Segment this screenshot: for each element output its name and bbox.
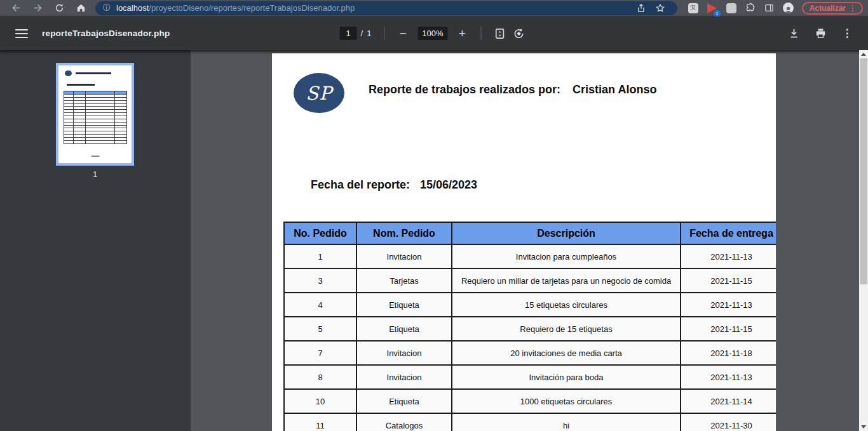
share-icon [636,3,646,13]
table-cell: 20 invitaciones de media carta [452,341,681,365]
table-row: 10Etiqueta1000 etiquetas circulares2021-… [284,389,776,413]
fit-page-button[interactable] [490,24,509,43]
report-date-value: 15/06/2023 [420,178,477,191]
scroll-down-button[interactable] [859,423,868,431]
forward-button[interactable] [27,0,48,17]
page-number-input[interactable]: 1 [340,27,357,40]
print-icon [815,27,827,39]
page-thumbnail[interactable] [56,63,134,166]
download-icon [788,27,800,39]
avatar [783,3,794,13]
reload-button[interactable] [48,0,70,17]
table-cell: 2021-11-18 [681,341,776,365]
table-cell: Invitacion para cumpleaños [452,244,681,269]
table-cell: Invitacion [356,365,452,389]
toolbar-divider [480,27,481,40]
site-info-icon[interactable]: ⓘ [103,3,111,13]
table-cell: 2021-11-13 [681,365,776,389]
update-browser-button[interactable]: Actualizar ⋮ [802,2,863,15]
scrollbar-thumb[interactable] [860,58,867,284]
table-cell: Invitación para boda [452,365,681,389]
report-date-label: Fecha del reporte: [311,178,410,191]
thumbnail-date-line [67,84,95,86]
table-cell: 3 [284,269,356,293]
address-bar[interactable]: ⓘ localhost /proyectoDiseno/reportes/rep… [95,1,677,15]
update-button-label: Actualizar [810,4,846,13]
zoom-level-input[interactable]: 100% [417,27,447,40]
pdf-page-zoom-controls: 1 / 1 − 100% + [340,17,529,50]
extension-gray-button[interactable] [722,0,741,17]
table-row: 1InvitacionInvitacion para cumpleaños202… [284,244,776,269]
table-cell: 5 [284,317,356,341]
orders-table: No. PedidoNom. PedidoDescripciónFecha de… [283,222,776,431]
column-header: Fecha de entrega [681,222,776,244]
url-host: localhost [116,3,149,13]
home-icon [76,3,86,13]
pdf-menu-button[interactable] [15,29,28,38]
vertical-scrollbar[interactable] [859,50,868,431]
minus-icon: − [400,27,407,39]
pdf-more-options-button[interactable]: ⋮ [837,24,857,43]
table-row: 5EtiquetaRequiero de 15 etiquetas2021-11… [284,317,776,341]
toolbar-divider [384,27,384,40]
zoom-in-button[interactable]: + [452,24,471,43]
rotate-button[interactable] [509,24,528,43]
report-title-label: Reporte de trabajos realizados por: [369,83,560,96]
extension-gray-icon [726,3,736,13]
back-arrow-icon [11,3,22,13]
pdf-toolbar-actions: ⋮ [784,24,868,43]
header-row: No. PedidoNom. PedidoDescripciónFecha de… [284,222,776,244]
pdf-toolbar: reporteTrabajosDisenador.php 1 / 1 − 100… [0,17,868,50]
person-icon [784,6,792,13]
column-header: Nom. Pedido [356,222,452,244]
thumbnail-page-number: 1 [56,169,134,179]
table-cell: 8 [284,365,356,389]
thumbnail-title-line [76,72,111,74]
print-button[interactable] [811,24,830,43]
profile-button[interactable] [779,0,798,17]
extensions-menu-button[interactable] [741,0,760,17]
report-author: Cristian Alonso [573,83,656,96]
table-cell: Etiqueta [356,317,452,341]
table-cell: 2021-11-14 [681,389,776,413]
column-header: Descripción [452,222,681,244]
share-button[interactable] [632,1,651,15]
table-row: 11Catalogoshi2021-11-30 [284,413,776,431]
browser-menu-icon[interactable]: ⋮ [846,3,859,13]
extension-badge: 1 [714,10,721,17]
page-separator: / [361,29,363,38]
side-panel-button[interactable] [760,0,779,17]
table-cell: 11 [284,413,356,431]
reload-icon [54,3,65,13]
scroll-down-icon [861,425,866,428]
table-cell: 2021-11-30 [681,413,776,431]
star-icon [655,3,665,13]
puzzle-icon [745,3,756,13]
thumbnail-logo [65,70,72,76]
orders-table-head: No. PedidoNom. PedidoDescripciónFecha de… [284,222,776,244]
side-panel-icon [764,3,775,13]
bookmark-button[interactable] [651,1,670,15]
scroll-up-button[interactable] [859,50,868,58]
extension-r-button[interactable]: ℛ [684,0,703,17]
pdf-document-title: reporteTrabajosDisenador.php [42,29,170,38]
download-button[interactable] [784,24,803,43]
extension-red-button[interactable]: 1 [703,0,722,17]
table-cell: 1 [284,244,356,269]
table-cell: Invitacion [356,341,452,365]
table-cell: Invitacion [356,244,452,269]
url-path: /proyectoDiseno/reportes/reporteTrabajos… [149,3,631,13]
pdf-page: SP Reporte de trabajos realizados por:Cr… [272,53,776,431]
table-row: 3TarjetasRequiero un millar de tarjetas … [284,269,776,293]
thumbnail-sidebar: 1 [0,50,191,431]
table-cell: 4 [284,293,356,317]
table-cell: Requiero un millar de tarjetas para un n… [452,269,681,293]
table-row: 4Etiqueta15 etiquetas circulares2021-11-… [284,293,776,317]
home-button[interactable] [70,0,92,17]
report-title: Reporte de trabajos realizados por:Crist… [369,83,656,96]
back-button[interactable] [5,0,27,17]
pdf-content-area: 1 SP Reporte de trabajos realizados por:… [0,50,868,431]
zoom-out-button[interactable]: − [393,24,412,43]
table-cell: 2021-11-15 [681,317,776,341]
table-cell: Catalogos [356,413,452,431]
